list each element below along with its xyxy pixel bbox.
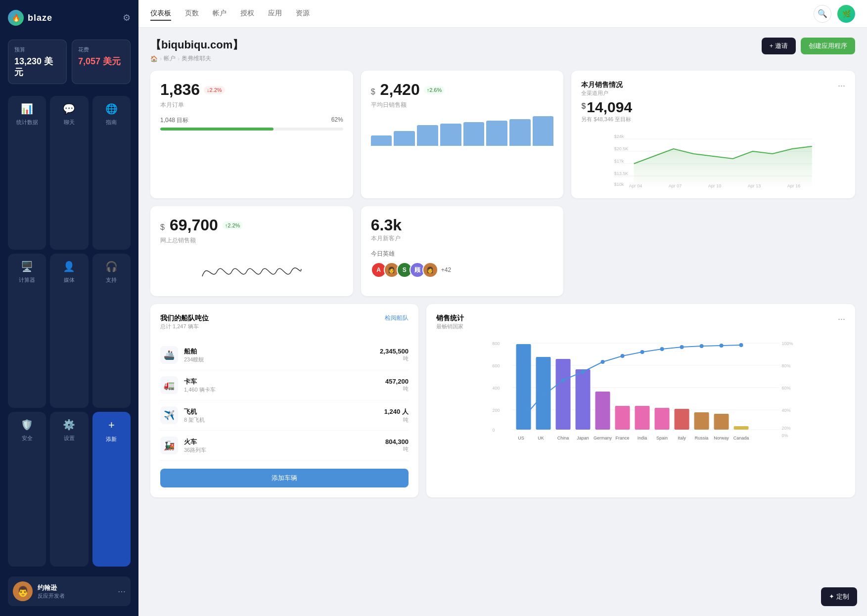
sidebar-item-media[interactable]: 👤 媒体 [50, 254, 88, 407]
fleet-item-plane: ✈️ 飞机 8 架飞机 1,240 人 吨 [160, 400, 409, 431]
support-icon: 🎧 [105, 261, 118, 272]
budget-card: 预算 13,230 美元 [8, 40, 67, 84]
top-nav-actions: 🔍 🌿 [814, 5, 855, 23]
fleet-item-train: 🚂 火车 36路列车 804,300 吨 [160, 431, 409, 461]
tab-pages[interactable]: 页数 [185, 7, 199, 21]
chat-icon: 💬 [63, 103, 75, 115]
bar-japan [575, 369, 590, 430]
sales-more-btn[interactable]: ··· [838, 81, 845, 91]
truck-value: 457,200 [385, 378, 409, 385]
avg-value: 2,420 [380, 81, 420, 99]
user-more-icon[interactable]: ⋯ [118, 587, 126, 596]
tab-accounts[interactable]: 帐户 [213, 7, 227, 21]
bar-china [555, 359, 570, 430]
sidebar-settings-icon[interactable]: ⚙ [123, 12, 131, 23]
chart-area: 800 600 400 200 0 100% 80% 60% 40% 20% 0… [436, 338, 845, 447]
bar-uk [536, 357, 550, 430]
svg-text:Japan: Japan [577, 436, 589, 440]
plane-unit: 吨 [384, 416, 409, 424]
plane-sub: 8 架飞机 [184, 416, 378, 424]
fleet-sub: 总计 1,247 辆车 [160, 323, 209, 330]
sidebar-item-security[interactable]: 🛡️ 安全 [8, 412, 46, 567]
sidebar-item-calc[interactable]: 🖥️ 计算器 [8, 254, 46, 407]
train-unit: 吨 [385, 445, 409, 453]
bar-4 [440, 124, 461, 146]
tab-auth[interactable]: 授权 [240, 7, 254, 21]
create-app-button[interactable]: 创建应用程序 [801, 38, 855, 54]
settings-icon: ⚙️ [63, 419, 75, 431]
budget-cards: 预算 13,230 美元 花费 7,057 美元 [8, 40, 131, 84]
svg-text:Spain: Spain [656, 436, 668, 440]
svg-text:UK: UK [538, 436, 544, 440]
invite-button[interactable]: + 邀请 [762, 38, 796, 54]
chart-more-btn[interactable]: ··· [838, 314, 845, 324]
svg-text:400: 400 [492, 386, 500, 391]
sales-target: 另有 $48,346 至目标 [581, 116, 845, 123]
hero-5: 👩 [422, 262, 438, 278]
breadcrumb-current: 奥弗维耶夫 [182, 54, 211, 63]
stats-row-2: $ 69,700 ↑2.2% 网上总销售额 6.3k 本月新客户 今日英雄 A [150, 206, 855, 296]
user-info: 约翰逊 反应开发者 [38, 583, 65, 600]
main: 仪表板 页数 帐户 授权 应用 资源 🔍 🌿 【biqubiqu.com】 🏠 … [138, 0, 867, 616]
stats-row-1: 1,836 ↓2.2% 本月订单 1,048 目标 62% $ [150, 71, 855, 198]
svg-text:Apr 10: Apr 10 [708, 183, 722, 188]
train-sub: 36路列车 [184, 446, 379, 454]
fleet-link[interactable]: 检阅船队 [385, 314, 409, 322]
plane-icon: ✈️ [160, 406, 178, 424]
sales-value: 14,094 [587, 99, 632, 116]
tab-resources[interactable]: 资源 [296, 7, 310, 21]
plane-name: 飞机 [184, 407, 378, 416]
logo-icon: 🔥 [8, 10, 24, 26]
logo-text: blaze [28, 13, 52, 23]
page-actions: + 邀请 创建应用程序 [762, 38, 855, 54]
svg-point-52 [719, 344, 723, 348]
fleet-item-truck: 🚛 卡车 1,460 辆卡车 457,200 吨 [160, 370, 409, 400]
svg-text:100%: 100% [781, 341, 793, 346]
train-value: 804,300 [385, 438, 409, 445]
orders-value: 1,836 [160, 81, 200, 99]
svg-text:20%: 20% [781, 426, 790, 431]
sidebar-item-settings[interactable]: ⚙️ 设置 [50, 412, 88, 567]
security-label: 安全 [22, 435, 33, 442]
add-vehicle-button[interactable]: 添加车辆 [160, 469, 409, 487]
svg-text:Russia: Russia [695, 436, 709, 440]
logo-left: 🔥 blaze [8, 10, 52, 26]
monthly-sales-card: 本月销售情况 全渠道用户 ··· $ 14,094 另有 $48,346 至目标 [571, 71, 855, 198]
ship-sub: 234艘舰 [184, 356, 374, 363]
customize-button[interactable]: ✦ 定制 [821, 587, 857, 606]
svg-text:Italy: Italy [678, 436, 686, 440]
svg-text:$13.5K: $13.5K [614, 171, 629, 176]
orders-label: 本月订单 [160, 101, 343, 109]
media-label: 媒体 [64, 276, 75, 284]
svg-text:US: US [518, 436, 524, 440]
bar-france [615, 406, 630, 430]
svg-text:$20.5K: $20.5K [614, 146, 629, 151]
avg-dollar: $ [371, 88, 375, 96]
bar-1 [371, 135, 392, 146]
tab-apps[interactable]: 应用 [268, 7, 282, 21]
ship-name: 船舶 [184, 347, 374, 356]
svg-text:Apr 16: Apr 16 [787, 183, 801, 188]
svg-text:60%: 60% [781, 386, 790, 391]
settings-label: 设置 [64, 435, 75, 442]
sidebar-item-chat[interactable]: 💬 聊天 [50, 96, 88, 250]
bar-2 [394, 131, 415, 146]
fleet-card: 我们的船队吨位 总计 1,247 辆车 检阅船队 🚢 船舶 234艘舰 2,34… [150, 304, 418, 497]
truck-icon: 🚛 [160, 376, 178, 394]
sidebar-item-add[interactable]: + 添新 [92, 412, 131, 567]
ship-value: 2,345,500 [380, 348, 409, 355]
tab-dashboard[interactable]: 仪表板 [150, 7, 171, 21]
bar-canada [733, 426, 748, 430]
top-nav: 仪表板 页数 帐户 授权 应用 资源 🔍 🌿 [138, 0, 867, 28]
truck-name: 卡车 [184, 377, 379, 386]
avg-badge: ↑2.6% [424, 86, 445, 94]
avatar: 👨 [13, 581, 33, 601]
sidebar-item-support[interactable]: 🎧 支持 [92, 254, 131, 407]
sidebar-item-guide[interactable]: 🌐 指南 [92, 96, 131, 250]
guide-icon: 🌐 [105, 103, 118, 115]
svg-text:$10k: $10k [614, 182, 624, 187]
train-icon: 🚂 [160, 437, 178, 454]
bar-7 [509, 119, 531, 146]
search-button[interactable]: 🔍 [814, 5, 831, 23]
sidebar-item-stats[interactable]: 📊 统计数据 [8, 96, 46, 250]
